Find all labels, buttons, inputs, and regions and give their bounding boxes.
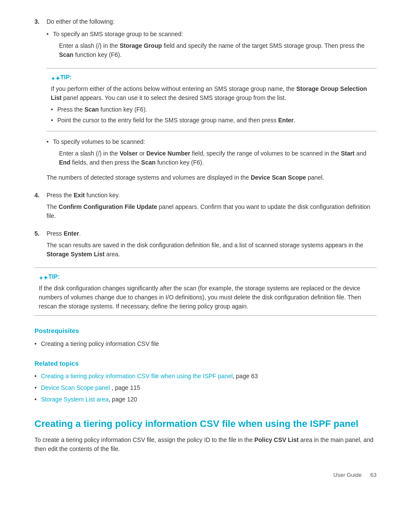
step-3-intro: Do either of the following: bbox=[47, 18, 115, 25]
related-topic-2-suffix: , page 115 bbox=[112, 384, 140, 391]
step-5-content: Press Enter. The scan results are saved … bbox=[47, 229, 377, 261]
step-3-content: Do either of the following: To specify a… bbox=[47, 17, 377, 185]
bullet-sms-storage: To specify an SMS storage group to be sc… bbox=[47, 30, 377, 62]
step-5-text: Press Enter. bbox=[47, 230, 81, 237]
tip-1-bullets: Press the Scan function key (F6). Point … bbox=[51, 105, 370, 125]
step-3-closing: The numbers of detected storage systems … bbox=[47, 173, 377, 182]
tip-2-body: If the disk configuration changes signif… bbox=[39, 284, 370, 311]
postrequisites-section: Postrequisites Creating a tiering policy… bbox=[34, 326, 377, 348]
bullet-volumes-sub: Enter a slash (/) in the Volser or Devic… bbox=[59, 149, 377, 167]
related-topic-2-link[interactable]: Device Scan Scope panel bbox=[41, 384, 112, 391]
bullet-volumes: To specify volumes to be scanned: Enter … bbox=[47, 137, 377, 170]
bullet-volumes-text: To specify volumes to be scanned: bbox=[53, 138, 145, 145]
postrequisites-list: Creating a tiering policy information CS… bbox=[34, 339, 377, 348]
step-4-content: Press the Exit function key. The Confirm… bbox=[47, 191, 377, 223]
postrequisites-heading: Postrequisites bbox=[34, 326, 377, 336]
tip-1-body: If you perform either of the actions bel… bbox=[51, 84, 370, 103]
related-topics-list: Creating a tiering policy information CS… bbox=[34, 372, 377, 404]
tip-box-1: ✦ TIP: If you perform either of the acti… bbox=[47, 68, 377, 131]
step-4: 4. Press the Exit function key. The Conf… bbox=[34, 191, 377, 223]
tip-icon-2: ✦ bbox=[39, 274, 46, 280]
step-3-bullets-2: To specify volumes to be scanned: Enter … bbox=[47, 137, 377, 170]
bullet-sms-storage-text: To specify an SMS storage group to be sc… bbox=[53, 31, 183, 37]
tip-label-2: ✦ TIP: bbox=[39, 272, 370, 281]
footer: User Guide 63 bbox=[34, 471, 377, 479]
related-topics-section: Related topics Creating a tiering policy… bbox=[34, 359, 377, 404]
step-5-sub: The scan results are saved in the disk c… bbox=[47, 241, 377, 259]
related-topic-1: Creating a tiering policy information CS… bbox=[34, 372, 377, 381]
related-topic-2: Device Scan Scope panel , page 115 bbox=[34, 383, 377, 392]
section-body: To create a tiering policy information C… bbox=[34, 436, 377, 454]
tip-1-bullet-2: Point the cursor to the entry field for … bbox=[51, 116, 370, 125]
related-topics-heading: Related topics bbox=[34, 359, 377, 369]
related-topic-3-link[interactable]: Storage System List area bbox=[41, 396, 109, 403]
step-3-bullets: To specify an SMS storage group to be sc… bbox=[47, 30, 377, 62]
step-5-number: 5. bbox=[34, 229, 47, 261]
bullet-sms-storage-sub: Enter a slash (/) in the Storage Group f… bbox=[59, 41, 377, 59]
postrequisites-item-1: Creating a tiering policy information CS… bbox=[34, 339, 377, 348]
tip-label-1: ✦ TIP: bbox=[51, 73, 370, 82]
footer-label: User Guide bbox=[333, 471, 362, 479]
step-3-number: 3. bbox=[34, 17, 47, 185]
postrequisites-item-1-text: Creating a tiering policy information CS… bbox=[41, 339, 159, 348]
related-topic-3: Storage System List area, page 120 bbox=[34, 395, 377, 404]
related-topic-3-suffix: , page 120 bbox=[109, 396, 137, 403]
step-4-number: 4. bbox=[34, 191, 47, 223]
related-topic-1-suffix: , page 63 bbox=[233, 373, 258, 380]
tip-icon-1: ✦ bbox=[51, 74, 58, 81]
step-3: 3. Do either of the following: To specif… bbox=[34, 17, 377, 185]
section-page-heading: Creating a tiering policy information CS… bbox=[34, 418, 377, 430]
tip-1-bullet-1: Press the Scan function key (F6). bbox=[51, 105, 370, 114]
step-4-sub: The Confirm Configuration File Update pa… bbox=[47, 202, 377, 221]
related-topic-1-link[interactable]: Creating a tiering policy information CS… bbox=[41, 373, 233, 380]
step-5: 5. Press Enter. The scan results are sav… bbox=[34, 229, 377, 261]
step-4-text: Press the Exit function key. bbox=[47, 192, 120, 199]
footer-page: 63 bbox=[371, 471, 377, 479]
tip-box-2: ✦ TIP: If the disk configuration changes… bbox=[34, 268, 377, 316]
